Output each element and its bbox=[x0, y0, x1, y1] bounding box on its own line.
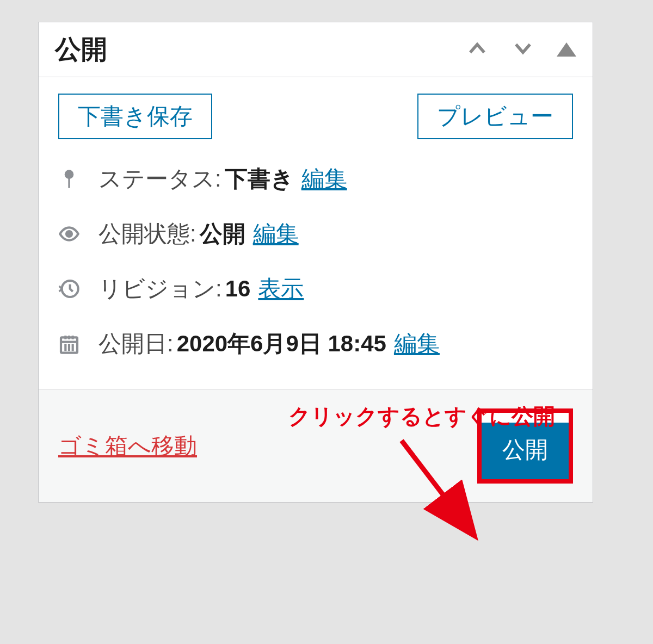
revisions-value: 16 bbox=[225, 276, 251, 302]
svg-point-0 bbox=[65, 170, 74, 179]
status-value: 下書き bbox=[225, 164, 294, 194]
calendar-icon bbox=[58, 333, 85, 355]
visibility-row: 公開状態: 公開 編集 bbox=[58, 219, 573, 249]
revisions-row: リビジョン: 16 表示 bbox=[58, 274, 573, 304]
svg-point-2 bbox=[66, 231, 72, 237]
panel-title: 公開 bbox=[55, 32, 107, 67]
publish-date-value: 2020年6月9日 18:45 bbox=[177, 329, 386, 359]
annotation-text: クリックするとすぐに公開 bbox=[288, 401, 555, 431]
pin-icon bbox=[58, 168, 85, 190]
history-icon bbox=[58, 278, 85, 300]
preview-button[interactable]: プレビュー bbox=[417, 94, 573, 139]
panel-header: 公開 bbox=[39, 22, 593, 77]
chevron-up-icon[interactable] bbox=[465, 36, 489, 63]
collapse-toggle-icon[interactable] bbox=[557, 42, 576, 57]
move-to-trash-link[interactable]: ゴミ箱へ移動 bbox=[58, 431, 197, 461]
status-label: ステータス: bbox=[98, 164, 221, 194]
visibility-label: 公開状態: bbox=[98, 219, 196, 249]
eye-icon bbox=[58, 223, 85, 245]
visibility-edit-link[interactable]: 編集 bbox=[253, 219, 299, 249]
revisions-show-link[interactable]: 表示 bbox=[258, 274, 304, 304]
header-controls bbox=[465, 36, 576, 63]
publish-date-label: 公開日: bbox=[98, 329, 174, 359]
status-edit-link[interactable]: 編集 bbox=[301, 164, 347, 194]
revisions-label: リビジョン: bbox=[98, 274, 222, 304]
status-row: ステータス: 下書き 編集 bbox=[58, 164, 573, 194]
save-draft-button[interactable]: 下書き保存 bbox=[58, 94, 212, 139]
svg-rect-1 bbox=[68, 178, 70, 188]
panel-body: 下書き保存 プレビュー ステータス: 下書き 編集 公開状態: 公開 bbox=[39, 77, 593, 389]
publish-date-edit-link[interactable]: 編集 bbox=[394, 329, 440, 359]
action-button-row: 下書き保存 プレビュー bbox=[58, 94, 573, 139]
visibility-value: 公開 bbox=[200, 219, 245, 249]
publish-date-row: 公開日: 2020年6月9日 18:45 編集 bbox=[58, 329, 573, 359]
chevron-down-icon[interactable] bbox=[511, 36, 535, 63]
